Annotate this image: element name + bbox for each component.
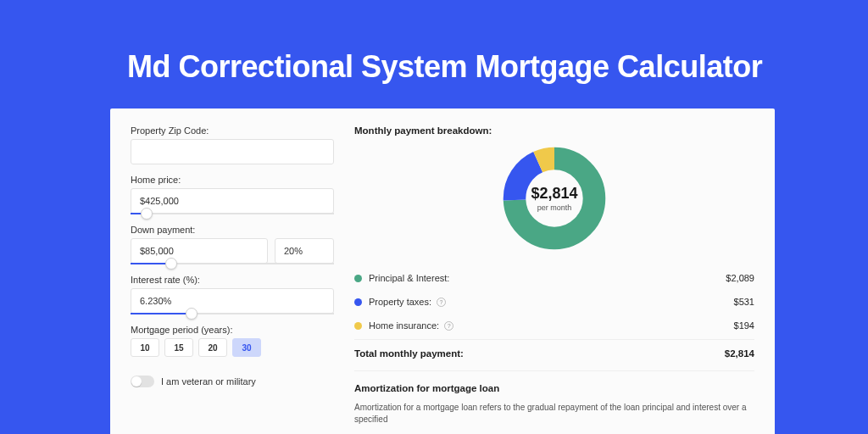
period-button-10[interactable]: 10: [131, 338, 159, 357]
breakdown-value: $2,089: [726, 273, 754, 283]
interest-field-group: Interest rate (%): 6.230%: [131, 275, 334, 314]
page-title: Md Correctional System Mortgage Calculat…: [127, 49, 762, 85]
legend-dot: [354, 298, 362, 306]
donut-amount: $2,814: [531, 185, 577, 203]
toggle-knob: [131, 376, 142, 387]
interest-input[interactable]: 6.230%: [131, 288, 334, 314]
period-button-15[interactable]: 15: [164, 338, 193, 357]
breakdown-label: Home insurance:?: [369, 320, 734, 331]
breakdown-label: Principal & Interest:: [369, 273, 726, 283]
total-label: Total monthly payment:: [354, 348, 725, 359]
zip-field-group: Property Zip Code:: [131, 125, 334, 164]
breakdown-line: Home insurance:?$194: [354, 314, 754, 337]
slider-thumb[interactable]: [165, 258, 177, 270]
inputs-column: Property Zip Code: Home price: $425,000 …: [131, 125, 334, 431]
veteran-toggle-row: I am veteran or military: [131, 376, 334, 387]
total-value: $2,814: [725, 348, 754, 359]
home-price-input[interactable]: $425,000: [131, 188, 334, 214]
legend-dot: [354, 275, 362, 282]
home-price-label: Home price:: [131, 175, 334, 185]
down-payment-field-group: Down payment: $85,000 20%: [131, 225, 334, 264]
home-price-slider[interactable]: [131, 213, 334, 214]
amortization-section: Amortization for mortgage loan Amortizat…: [354, 370, 754, 426]
amortization-text: Amortization for a mortgage loan refers …: [354, 402, 754, 426]
total-row: Total monthly payment: $2,814: [354, 339, 754, 370]
breakdown-line: Property taxes:?$531: [354, 290, 754, 314]
period-field-group: Mortgage period (years): 10152030: [131, 325, 334, 357]
veteran-label: I am veteran or military: [161, 376, 256, 387]
interest-slider[interactable]: [131, 313, 334, 314]
veteran-toggle[interactable]: [131, 376, 154, 387]
legend-dot: [354, 322, 362, 330]
breakdown-label: Property taxes:?: [369, 297, 734, 307]
down-payment-label: Down payment:: [131, 225, 334, 235]
zip-label: Property Zip Code:: [131, 125, 334, 136]
period-button-20[interactable]: 20: [198, 338, 227, 357]
down-payment-input[interactable]: $85,000: [131, 238, 268, 264]
calculator-card: Property Zip Code: Home price: $425,000 …: [110, 108, 775, 434]
breakdown-title: Monthly payment breakdown:: [354, 125, 754, 136]
donut-chart: $2,814 per month: [502, 146, 607, 251]
info-icon[interactable]: ?: [437, 298, 446, 307]
breakdown-column: Monthly payment breakdown: $2,814 per mo…: [354, 125, 754, 431]
breakdown-value: $531: [734, 297, 754, 307]
donut-per-month: per month: [537, 203, 572, 212]
amortization-title: Amortization for mortgage loan: [354, 383, 754, 393]
breakdown-line: Principal & Interest:$2,089: [354, 266, 754, 290]
slider-thumb[interactable]: [186, 308, 198, 320]
period-button-30[interactable]: 30: [232, 338, 261, 357]
donut-wrap: $2,814 per month: [354, 146, 754, 251]
slider-thumb[interactable]: [141, 208, 153, 220]
down-payment-pct-input[interactable]: 20%: [275, 238, 334, 264]
breakdown-value: $194: [734, 320, 754, 331]
zip-input[interactable]: [131, 139, 334, 164]
info-icon[interactable]: ?: [444, 321, 453, 331]
donut-center: $2,814 per month: [502, 146, 607, 251]
down-payment-slider[interactable]: [131, 263, 334, 264]
period-label: Mortgage period (years):: [131, 325, 334, 335]
interest-label: Interest rate (%):: [131, 275, 334, 285]
home-price-field-group: Home price: $425,000: [131, 175, 334, 214]
